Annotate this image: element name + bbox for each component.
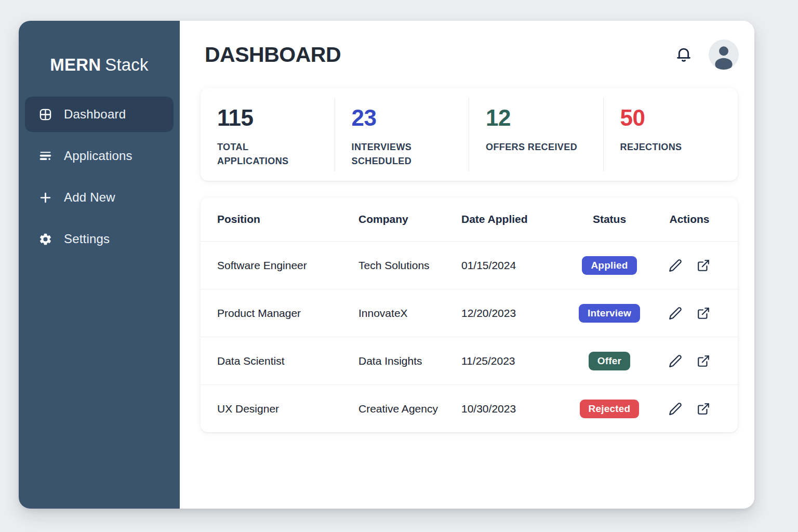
bell-icon[interactable]	[674, 45, 693, 64]
stats-summary-card: 115 TOTAL APPLICATIONS 23 INTERVIEWS SCH…	[201, 88, 738, 181]
column-header-position: Position	[217, 213, 358, 225]
stat-label: TOTAL APPLICATIONS	[217, 140, 321, 168]
sidebar-item-applications[interactable]: Applications	[25, 138, 174, 174]
sidebar-item-label: Settings	[64, 232, 110, 246]
actions-cell	[658, 354, 721, 368]
brand-regular: Stack	[105, 55, 149, 74]
table-row: UX Designer Creative Agency 10/30/2023 R…	[201, 384, 738, 432]
topbar-actions	[674, 39, 739, 70]
page-title: DASHBOARD	[205, 43, 341, 67]
sidebar-item-label: Applications	[64, 149, 132, 163]
sidebar-item-settings[interactable]: Settings	[25, 221, 174, 257]
company-cell: InnovateX	[358, 307, 461, 320]
external-link-icon[interactable]	[697, 259, 710, 272]
status-badge: Offer	[589, 352, 630, 370]
sidebar-nav: Dashboard Applications	[25, 97, 174, 257]
edit-icon[interactable]	[669, 259, 682, 272]
actions-cell	[658, 402, 721, 416]
position-cell: Software Engineer	[217, 259, 358, 272]
stat-value: 50	[620, 106, 726, 130]
external-link-icon[interactable]	[697, 402, 710, 416]
brand-logo: MERNStack	[19, 55, 180, 75]
table-row: Software Engineer Tech Solutions 01/15/2…	[201, 241, 738, 289]
actions-cell	[658, 307, 721, 320]
sidebar: MERNStack Dashboard	[19, 21, 180, 509]
date-cell: 12/20/2023	[461, 307, 561, 320]
stat-offers-received: 12 OFFERS RECEIVED	[469, 88, 604, 181]
sidebar-item-add-new[interactable]: Add New	[25, 180, 174, 215]
table-header-row: Position Company Date Applied Status Act…	[201, 197, 738, 241]
dashboard-grid-icon	[38, 108, 52, 122]
edit-icon[interactable]	[669, 307, 682, 320]
sidebar-item-label: Add New	[64, 190, 115, 205]
status-badge: Interview	[579, 304, 640, 323]
position-cell: UX Designer	[217, 403, 358, 415]
company-cell: Data Insights	[358, 355, 461, 367]
gear-icon	[38, 232, 52, 246]
stat-value: 115	[217, 106, 323, 130]
edit-icon[interactable]	[669, 354, 682, 368]
stat-total-applications: 115 TOTAL APPLICATIONS	[201, 88, 335, 181]
external-link-icon[interactable]	[697, 307, 710, 320]
brand-bold: MERN	[50, 55, 101, 74]
topbar: DASHBOARD	[180, 21, 754, 88]
table-row: Product Manager InnovateX 12/20/2023 Int…	[201, 289, 738, 337]
stat-label: INTERVIEWS SCHEDULED	[352, 140, 456, 168]
company-cell: Creative Agency	[358, 403, 461, 415]
status-badge: Applied	[582, 256, 636, 275]
status-badge: Rejected	[580, 400, 640, 418]
stat-value: 23	[352, 106, 457, 130]
column-header-actions: Actions	[658, 213, 721, 225]
desktop-background: MERNStack Dashboard	[0, 0, 798, 532]
column-header-date-applied: Date Applied	[461, 213, 561, 225]
company-cell: Tech Solutions	[358, 259, 461, 272]
date-cell: 01/15/2024	[461, 259, 561, 272]
actions-cell	[658, 259, 721, 272]
date-cell: 10/30/2023	[461, 403, 561, 415]
main-content: DASHBOARD	[180, 21, 754, 509]
external-link-icon[interactable]	[697, 354, 710, 368]
column-header-status: Status	[561, 213, 658, 225]
stat-label: OFFERS RECEIVED	[486, 140, 590, 154]
sidebar-item-dashboard[interactable]: Dashboard	[25, 97, 174, 132]
app-window: MERNStack Dashboard	[19, 21, 754, 509]
stat-rejections: 50 REJECTIONS	[604, 88, 738, 181]
sidebar-item-label: Dashboard	[64, 107, 126, 122]
user-avatar[interactable]	[709, 39, 739, 70]
column-header-company: Company	[358, 213, 461, 225]
edit-icon[interactable]	[669, 402, 682, 416]
table-row: Data Scientist Data Insights 11/25/2023 …	[201, 337, 738, 384]
stat-value: 12	[486, 106, 591, 130]
stat-interviews-scheduled: 23 INTERVIEWS SCHEDULED	[335, 88, 470, 181]
plus-icon	[38, 191, 52, 205]
applications-table: Position Company Date Applied Status Act…	[201, 197, 738, 432]
stat-label: REJECTIONS	[620, 140, 724, 154]
date-cell: 11/25/2023	[461, 355, 561, 367]
list-icon	[38, 149, 52, 163]
position-cell: Product Manager	[217, 307, 358, 320]
position-cell: Data Scientist	[217, 355, 358, 367]
